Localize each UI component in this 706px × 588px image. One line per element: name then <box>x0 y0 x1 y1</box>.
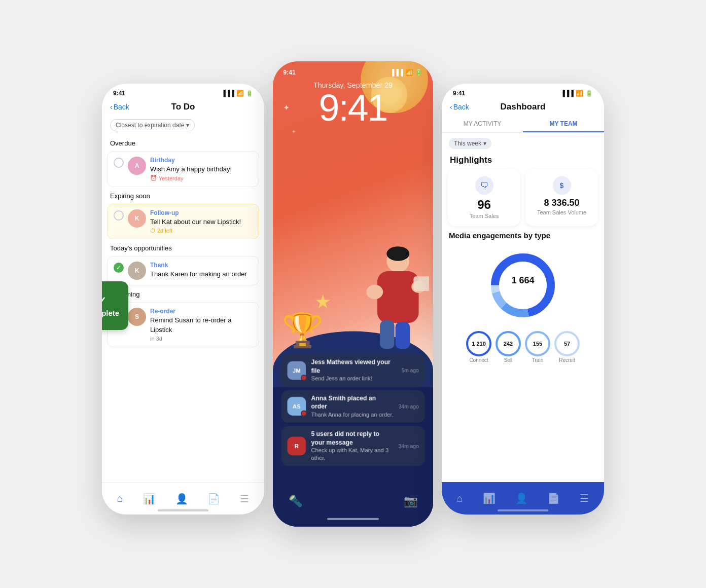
svg-rect-1 <box>377 271 419 323</box>
section-expiring-label: Expiring soon <box>102 189 264 202</box>
lock-background: 9:41 ▐▐▐ 📶 🔋 Thursday, September 29 9:41… <box>273 61 433 527</box>
task-radio-followup[interactable] <box>114 210 124 220</box>
task-radio-birthday[interactable] <box>114 158 124 168</box>
lock-home-indicator <box>327 518 379 520</box>
donut-train: 155 Train <box>525 331 550 363</box>
team-sales-volume-label: Team Sales Volume <box>533 209 591 215</box>
dash-nav-home-icon[interactable]: ⌂ <box>456 493 463 504</box>
notif-badge-jess <box>301 375 307 381</box>
status-icons: ▐▐▐ 📶 🔋 <box>221 90 253 97</box>
dash-filter-label: This week <box>454 140 481 147</box>
notif-5users-title: 5 users did not reply to your message <box>311 431 393 447</box>
notif-jess-title: Jess Mathews viewed your file <box>311 359 396 375</box>
todo-page-title: To Do <box>171 102 195 112</box>
dash-nav-stats-icon[interactable]: 📊 <box>483 492 496 504</box>
dash-back-chevron: ‹ <box>450 103 452 111</box>
svg-text:1 664: 1 664 <box>511 275 534 285</box>
svg-point-2 <box>367 285 383 300</box>
highlights-row: 🗨 96 Team Sales $ 8 336.50 Team Sales Vo… <box>442 169 604 231</box>
notif-anna-sub: Thank Anna for placing an order. <box>311 411 393 418</box>
back-chevron: ‹ <box>110 103 113 111</box>
battery-icon: 🔋 <box>246 90 253 97</box>
dash-status-time: 9:41 <box>453 90 465 97</box>
notif-anna-body: Anna Smith placed an order Thank Anna fo… <box>311 395 393 418</box>
lock-trophy-icon: 🏆 <box>282 311 324 350</box>
task-text-followup: Tell Kat about our new Lipstick! <box>150 217 253 227</box>
tab-my-team[interactable]: MY TEAM <box>523 116 604 132</box>
task-birthday[interactable]: A Birthday Wish Amy a happy birthday! ⏰ … <box>107 151 259 187</box>
back-label: Back <box>114 103 129 111</box>
lock-time: 9:41 <box>283 68 296 76</box>
avatar-susan: S <box>128 308 146 326</box>
task-reorder[interactable]: S Re-order Remind Susan to re-order a Li… <box>107 302 259 347</box>
task-info-birthday: Birthday Wish Amy a happy birthday! ⏰ Ye… <box>150 157 253 181</box>
notif-jess-sub: Send Jess an order link! <box>311 375 396 383</box>
check-icon: ✓ <box>102 295 107 307</box>
todo-status-bar: 9:41 ▐▐▐ 📶 🔋 <box>102 84 264 97</box>
timer-icon: ⏱ <box>150 228 156 234</box>
media-section: Media engagements by type 1 664 <box>442 231 604 363</box>
notif-5users-sub: Check up with Kat, Mary and 3 other. <box>311 447 393 461</box>
phone-dashboard: 9:41 ▐▐▐ 📶 🔋 ‹ Back Dashboard MY ACTIVIT… <box>442 84 604 514</box>
dash-bottom-nav: ⌂ 📊 👤 📄 ☰ <box>442 482 604 514</box>
lock-time-area: Thursday, September 29 9:41 <box>273 76 433 130</box>
lock-status-bar: 9:41 ▐▐▐ 📶 🔋 <box>273 61 433 76</box>
lock-battery-icon: 🔋 <box>415 68 422 76</box>
task-info-thank: Thank Thank Karen for making an order <box>150 262 253 279</box>
dash-nav-menu-icon[interactable]: ☰ <box>580 492 589 504</box>
dash-header: ‹ Back Dashboard <box>442 97 604 116</box>
donut-label-train: Train <box>532 357 543 363</box>
nav-home-icon[interactable]: ⌂ <box>117 493 123 504</box>
donut-label-connect: Connect <box>469 357 488 363</box>
phone-todo: ✓ Complete 9:41 ▐▐▐ 📶 🔋 ‹ Back To Do Clo… <box>102 84 264 514</box>
main-scene: ✓ Complete 9:41 ▐▐▐ 📶 🔋 ‹ Back To Do Clo… <box>102 66 604 522</box>
camera-icon[interactable]: 📷 <box>404 495 418 508</box>
lock-bottom-bar: 🔦 📷 <box>273 495 433 508</box>
team-sales-volume-icon: $ <box>553 176 571 195</box>
donut-chart-svg: 1 664 <box>482 245 563 326</box>
lock-figure <box>346 245 429 359</box>
tab-my-activity[interactable]: MY ACTIVITY <box>442 116 523 132</box>
donut-circle-train: 155 <box>525 331 550 356</box>
dash-signal-icon: ▐▐▐ <box>560 90 574 97</box>
wifi-icon: 📶 <box>236 90 244 97</box>
donut-label-sell: Sell <box>504 357 513 363</box>
notif-jess-time: 5m ago <box>402 368 419 373</box>
todo-back-button[interactable]: ‹ Back <box>110 103 129 111</box>
notif-5users-avatar: R <box>287 437 306 456</box>
filter-button[interactable]: Closest to expiration date ▾ <box>110 119 195 131</box>
task-followup[interactable]: K Follow-up Tell Kat about our new Lipst… <box>107 204 259 239</box>
task-category-reorder: Re-order <box>150 308 253 315</box>
nav-contacts-icon[interactable]: 👤 <box>175 493 188 505</box>
section-overdue-label: Overdue <box>102 136 264 149</box>
todo-status-time: 9:41 <box>113 90 125 97</box>
notif-anna[interactable]: AS Anna Smith placed an order Thank Anna… <box>281 390 425 423</box>
section-today-label: Today's opportunities <box>102 241 264 254</box>
task-meta-birthday: ⏰ Yesterday <box>150 175 253 181</box>
dash-filter-chevron-icon: ▾ <box>483 140 486 147</box>
dash-back-button[interactable]: ‹ Back <box>450 103 469 111</box>
dash-nav-contacts-icon[interactable]: 👤 <box>515 492 528 504</box>
highlight-team-sales: 🗨 96 Team Sales <box>448 169 520 226</box>
highlight-team-sales-volume: $ 8 336.50 Team Sales Volume <box>525 169 598 226</box>
notif-5users[interactable]: R 5 users did not reply to your message … <box>281 426 425 466</box>
notif-5users-time: 34m ago <box>399 443 419 449</box>
task-thank[interactable]: ✓ K Thank Thank Karen for making an orde… <box>107 256 259 285</box>
complete-badge[interactable]: ✓ Complete <box>102 281 128 330</box>
task-info-reorder: Re-order Remind Susan to re-order a Lips… <box>150 308 253 341</box>
nav-docs-icon[interactable]: 📄 <box>207 493 220 505</box>
lock-signal-icon: ▐▐▐ <box>390 68 403 76</box>
highlights-title: Highlights <box>442 153 604 169</box>
team-sales-label: Team Sales <box>455 213 513 219</box>
notif-5users-body: 5 users did not reply to your message Ch… <box>311 431 393 462</box>
dash-nav-docs-icon[interactable]: 📄 <box>547 492 560 504</box>
task-radio-thank[interactable]: ✓ <box>114 263 124 273</box>
notif-anna-title: Anna Smith placed an order <box>311 395 393 411</box>
dash-filter-button[interactable]: This week ▾ <box>449 138 491 149</box>
task-meta-reorder: in 3d <box>150 336 253 342</box>
nav-stats-icon[interactable]: 📊 <box>143 493 156 505</box>
nav-menu-icon[interactable]: ☰ <box>240 493 249 505</box>
team-sales-value: 96 <box>455 198 513 212</box>
notif-jess[interactable]: JM Jess Mathews viewed your file Send Je… <box>281 354 425 387</box>
flashlight-icon[interactable]: 🔦 <box>289 495 303 508</box>
